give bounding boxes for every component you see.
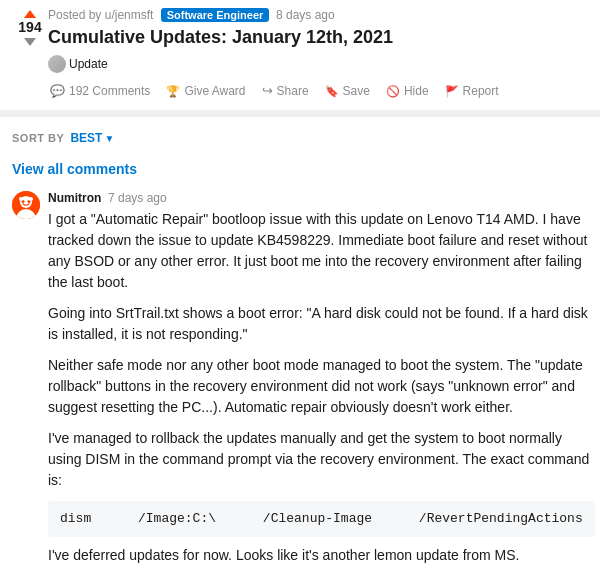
report-label: Report	[463, 84, 499, 98]
sort-by-label: SORT BY	[12, 132, 64, 144]
comment-paragraph: Neither safe mode nor any other boot mod…	[48, 355, 595, 418]
comment-body: Numitron 7 days ago I got a "Automatic R…	[48, 191, 595, 574]
save-button[interactable]: Save	[323, 80, 372, 102]
code-block: dism /Image:C:\ /Cleanup-Image /RevertPe…	[48, 501, 595, 537]
svg-point-5	[19, 197, 23, 201]
post-vote-section: 194	[12, 8, 48, 46]
comment-meta: Numitron 7 days ago	[48, 191, 595, 205]
save-label: Save	[343, 84, 370, 98]
post-time: 8 days ago	[276, 8, 335, 22]
comments-label: 192 Comments	[69, 84, 150, 98]
comment-after-code: I've deferred updates for now. Looks lik…	[48, 545, 595, 566]
award-badge: Update	[48, 55, 108, 73]
post-author[interactable]: u/jenmsft	[105, 8, 154, 22]
comment-text: I got a "Automatic Repair" bootloop issu…	[48, 209, 595, 566]
comment-time: 7 days ago	[108, 191, 167, 205]
share-button[interactable]: Share	[260, 79, 311, 102]
view-all-comments-link[interactable]: View all comments	[12, 161, 588, 177]
post-actions: 192 Comments Give Award Share Save Hide	[48, 79, 588, 102]
hide-button[interactable]: Hide	[384, 80, 431, 102]
comment-author[interactable]: Numitron	[48, 191, 101, 205]
comments-section: SORT BY BEST ▼ View all comments Numitro…	[0, 117, 600, 574]
comment-paragraph: I got a "Automatic Repair" bootloop issu…	[48, 209, 595, 293]
comments-button[interactable]: 192 Comments	[48, 80, 152, 102]
sort-bar: SORT BY BEST ▼	[12, 125, 588, 151]
give-award-label: Give Award	[184, 84, 245, 98]
hide-icon	[386, 84, 400, 98]
downvote-button[interactable]	[24, 38, 36, 46]
hide-label: Hide	[404, 84, 429, 98]
report-icon	[445, 84, 459, 98]
save-icon	[325, 84, 339, 98]
share-label: Share	[277, 84, 309, 98]
comment-paragraph: Going into SrtTrail.txt shows a boot err…	[48, 303, 595, 345]
report-button[interactable]: Report	[443, 80, 501, 102]
post: 194 Posted by u/jenmsft Software Enginee…	[0, 0, 600, 111]
comment-avatar	[12, 191, 40, 219]
vote-count: 194	[18, 18, 41, 38]
post-title: Cumulative Updates: January 12th, 2021	[48, 26, 588, 49]
comments-icon	[50, 84, 65, 98]
svg-point-6	[29, 197, 33, 201]
upvote-button[interactable]	[24, 10, 36, 18]
award-icon	[48, 55, 66, 73]
share-icon	[262, 83, 273, 98]
chevron-down-icon: ▼	[104, 133, 114, 144]
post-flair: Software Engineer	[161, 8, 270, 22]
comment-item: Numitron 7 days ago I got a "Automatic R…	[12, 191, 588, 574]
sort-dropdown[interactable]: BEST ▼	[70, 131, 114, 145]
sort-value-text: BEST	[70, 131, 102, 145]
comment-paragraph: I've managed to rollback the updates man…	[48, 428, 595, 491]
post-content: Posted by u/jenmsft Software Engineer 8 …	[48, 8, 588, 102]
award-text: Update	[69, 57, 108, 71]
award-action-icon	[166, 84, 180, 98]
post-meta: Posted by u/jenmsft Software Engineer 8 …	[48, 8, 588, 22]
give-award-button[interactable]: Give Award	[164, 80, 247, 102]
